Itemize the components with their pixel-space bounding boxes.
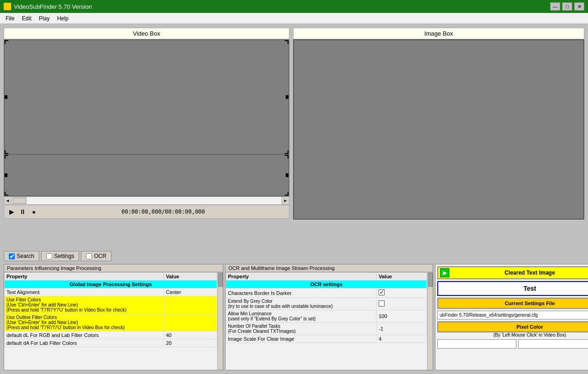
menu-file[interactable]: File — [2, 14, 18, 23]
table-row: default dA For Lab Filter Colors 20 — [5, 339, 217, 347]
menubar: File Edit Play Help — [0, 13, 588, 24]
titlebar: VideoSubFinder 5.70 Version — □ ✕ — [0, 0, 588, 13]
ocr-scrollbar-thumb[interactable] — [428, 273, 433, 287]
right-panel: ▶ Cleared Text Image ▶ Test Current Sett… — [435, 264, 588, 370]
video-section: Video Box ◄ ► ▶ ⏸ ■ 0 — [4, 28, 289, 245]
table-row: Use Outline Filter Colors (Use 'Ctrl+Ent… — [5, 314, 217, 331]
params-scrollbar-thumb[interactable] — [218, 273, 223, 287]
pixel-color-sub: (By 'Left Mouse Click' in Video Box) — [437, 332, 588, 337]
menu-edit[interactable]: Edit — [18, 14, 35, 23]
tab-search[interactable]: Search — [4, 251, 39, 261]
corner-br-bottom — [285, 192, 288, 196]
params-table: Property Value Global Image Processing S… — [4, 272, 217, 347]
timeline-thumb[interactable] — [12, 197, 26, 204]
ocr-section-header: OCR settings — [226, 281, 427, 288]
titlebar-controls: — □ ✕ — [550, 2, 584, 11]
panel-content: Parameters Influencing Image Processing … — [4, 264, 584, 370]
timeline-scrollbar[interactable]: ◄ ► — [4, 196, 289, 205]
table-row: Text Alignment Center — [5, 288, 217, 296]
table-row: Extend By Grey Color (try to use in case… — [226, 298, 427, 310]
params-scrollbar[interactable] — [217, 272, 223, 370]
tab-settings-label: Settings — [54, 253, 74, 259]
timeline-left-btn[interactable]: ◄ — [4, 196, 12, 205]
bottom-panel: Search Settings OCR Parameters Influenci… — [0, 249, 588, 374]
corner-bl-bottom — [5, 192, 8, 196]
app-title: VideoSubFinder 5.70 Version — [14, 3, 92, 10]
table-row: default dL For RGB and Lab Filter Colors… — [5, 331, 217, 339]
image-canvas — [293, 39, 584, 220]
side-mark-left-bottom — [5, 173, 7, 177]
play-button[interactable]: ▶ — [7, 207, 16, 216]
main-content: Video Box ◄ ► ▶ ⏸ ■ 0 — [0, 24, 588, 249]
params-panel-title: Parameters Influencing Image Processing — [4, 264, 223, 272]
playback-controls: ▶ ⏸ ■ 00:00:00,000/00:00:00,000 — [4, 205, 289, 219]
close-button[interactable]: ✕ — [574, 2, 584, 11]
pixel-color-button[interactable]: Pixel Color — [437, 321, 588, 332]
tab-search-checkbox[interactable] — [9, 253, 15, 259]
color-field-2[interactable] — [518, 339, 588, 349]
params-table-scroll[interactable]: Property Value Global Image Processing S… — [4, 272, 217, 370]
video-bottom-area — [4, 155, 289, 196]
stop-button[interactable]: ■ — [29, 207, 38, 216]
corner-tr-bottom — [285, 155, 288, 159]
ocr-table: Property Value OCR settings Characters B… — [226, 272, 427, 343]
table-row: Number Of Parallel Tasks (For Create Cle… — [226, 323, 427, 335]
ocr-table-scroll[interactable]: Property Value OCR settings Characters B… — [226, 272, 427, 370]
maximize-button[interactable]: □ — [562, 2, 572, 11]
tab-search-label: Search — [17, 253, 34, 259]
params-section-header: Global Image Processing Settings — [5, 281, 217, 288]
video-top-area — [4, 39, 289, 155]
checkbox-darker[interactable] — [379, 289, 385, 295]
test-display: Test — [437, 281, 588, 296]
ocr-col-property: Property — [226, 273, 377, 281]
tab-bar: Search Settings OCR — [4, 251, 584, 261]
side-mark-left-top — [5, 95, 7, 99]
corner-tl-bottom — [5, 155, 8, 159]
color-fields — [437, 339, 588, 349]
cleared-text-header: ▶ Cleared Text Image ▶ — [437, 266, 588, 279]
pause-button[interactable]: ⏸ — [18, 207, 27, 216]
corner-br — [285, 150, 288, 154]
table-row: Allow Min Luminance (used only if "Exten… — [226, 310, 427, 323]
video-box-label: Video Box — [4, 28, 289, 39]
current-settings-button[interactable]: Current Settings File — [437, 298, 588, 309]
image-box-label: Image Box — [293, 28, 584, 39]
table-row: Characters Border Is Darker — [226, 288, 427, 298]
corner-tr — [285, 40, 288, 44]
pixel-color-section: Pixel Color (By 'Left Mouse Click' in Vi… — [437, 321, 588, 337]
color-field-1[interactable] — [437, 339, 516, 349]
settings-path: ubFinder 5.70/Release_x64/settings/gener… — [437, 311, 588, 319]
app-icon — [4, 3, 11, 10]
minimize-button[interactable]: — — [550, 2, 560, 11]
params-panel: Parameters Influencing Image Processing … — [4, 264, 223, 370]
side-mark-right-top — [286, 95, 288, 99]
tab-ocr-checkbox[interactable] — [86, 253, 92, 259]
tab-settings[interactable]: Settings — [41, 251, 79, 261]
time-display: 00:00:00,000/00:00:00,000 — [40, 208, 286, 215]
side-mark-right-bottom — [286, 173, 288, 177]
ocr-scrollbar[interactable] — [427, 272, 433, 370]
tab-settings-checkbox[interactable] — [46, 253, 52, 259]
params-col-property: Property — [5, 273, 164, 281]
image-section: Image Box — [293, 28, 584, 245]
menu-help[interactable]: Help — [53, 14, 72, 23]
ocr-panel: OCR and Multiframe Image Stream Processi… — [225, 264, 433, 370]
cleared-text-left-btn[interactable]: ▶ — [440, 268, 449, 277]
table-row: Use Filter Colors (Use 'Ctrl+Enter' for … — [5, 296, 217, 314]
tab-ocr[interactable]: OCR — [81, 251, 111, 261]
params-col-value: Value — [164, 273, 217, 281]
menu-play[interactable]: Play — [35, 14, 53, 23]
timeline-right-btn[interactable]: ► — [282, 196, 289, 205]
titlebar-left: VideoSubFinder 5.70 Version — [4, 3, 92, 10]
pixel-color-label: Pixel Color — [516, 324, 543, 330]
corner-tl — [5, 40, 8, 44]
cleared-text-label: Cleared Text Image — [450, 270, 588, 276]
table-row: Image Scale For Clear Image 4 — [226, 335, 427, 343]
checkbox-grey-color[interactable] — [379, 300, 385, 307]
tab-ocr-label: OCR — [94, 253, 106, 259]
ocr-panel-title: OCR and Multiframe Image Stream Processi… — [226, 264, 433, 272]
ocr-col-value: Value — [377, 273, 427, 281]
corner-bl — [5, 150, 8, 154]
